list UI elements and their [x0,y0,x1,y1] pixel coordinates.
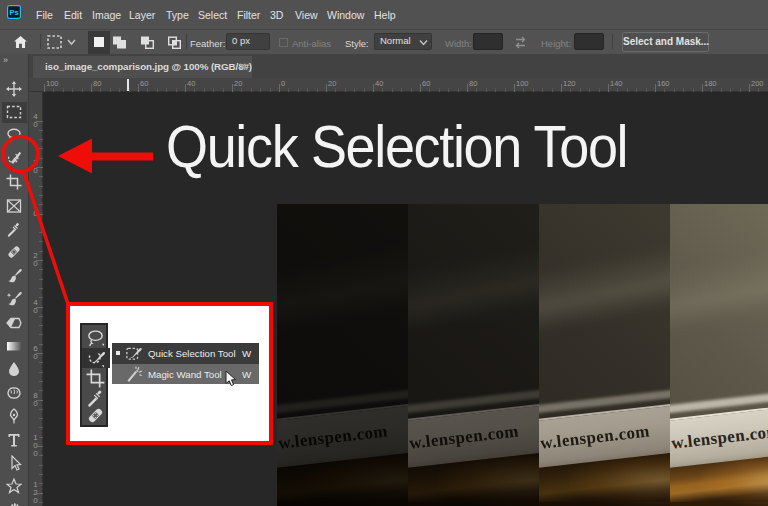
svg-text:Ps: Ps [9,8,18,17]
